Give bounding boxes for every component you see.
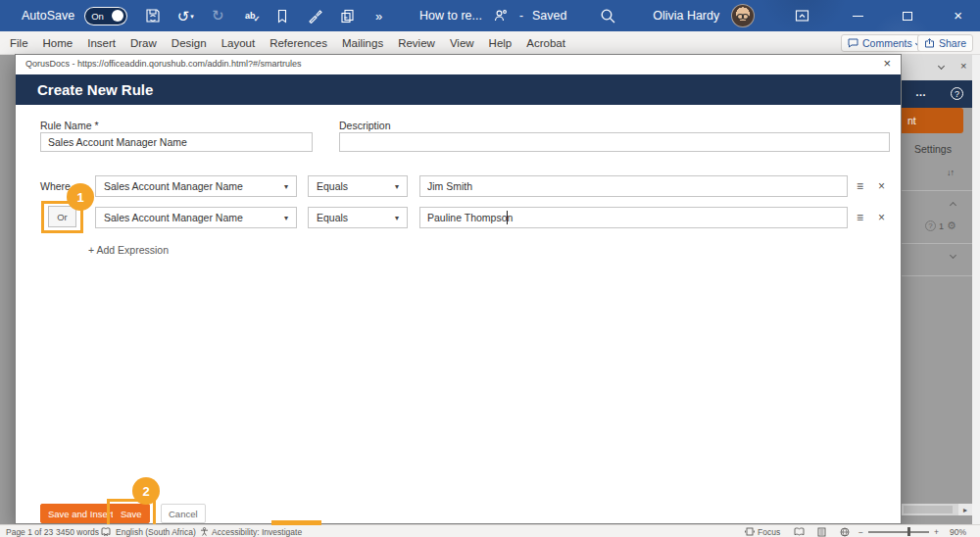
list-lookup-icon-row2[interactable]: ≡ <box>857 207 863 228</box>
share-button[interactable]: Share <box>917 34 973 52</box>
tab-layout[interactable]: Layout <box>221 37 256 49</box>
user-name[interactable]: Olivia Hardy <box>653 9 719 23</box>
expand-section-icon[interactable] <box>950 252 956 259</box>
field-dropdown-row2[interactable]: Sales Account Manager Name ▾ <box>95 207 297 228</box>
autosave-toggle[interactable]: On <box>84 7 127 25</box>
read-mode-button[interactable] <box>794 525 805 537</box>
task-pane-header: × <box>902 55 972 80</box>
create-new-rule-dialog: QorusDocs - https://officeaddin.qorushub… <box>15 54 902 524</box>
collapse-section-icon[interactable] <box>950 202 956 209</box>
scrollbar-thumb[interactable] <box>904 506 953 513</box>
rule-name-label: Rule Name * <box>40 120 99 131</box>
window-close-button[interactable]: × <box>954 0 962 31</box>
page-indicator[interactable]: Page 1 of 23 <box>6 525 53 537</box>
maximize-button[interactable] <box>903 12 912 21</box>
zoom-out-button[interactable]: − <box>858 525 863 537</box>
tab-insert[interactable]: Insert <box>87 37 116 49</box>
operator-dropdown-row2[interactable]: Equals ▾ <box>308 207 408 228</box>
print-layout-button[interactable] <box>817 525 826 537</box>
pane-help-icon[interactable]: ? <box>951 87 963 100</box>
add-expression-link[interactable]: + Add Expression <box>88 244 169 256</box>
sort-icon[interactable]: ↓↑ <box>947 168 954 177</box>
delete-row1-icon[interactable]: × <box>878 175 885 197</box>
document-title[interactable]: How to re... <box>419 9 482 23</box>
document-title-group: How to re... - Saved <box>419 0 566 31</box>
task-pane-dropdown-icon[interactable] <box>938 63 945 70</box>
save-and-insert-button[interactable]: Save and Insert <box>40 504 122 523</box>
web-layout-button[interactable] <box>840 525 850 537</box>
title-bar: AutoSave On ↺ ▾ ↻ ab✓ <box>0 0 980 31</box>
section-help-icon[interactable]: ? <box>925 220 936 231</box>
where-label: Where <box>40 180 71 192</box>
tab-design[interactable]: Design <box>172 37 207 49</box>
tab-acrobat[interactable]: Acrobat <box>526 37 565 49</box>
section-count: 1 <box>939 221 944 231</box>
spellcheck-check: ✓ <box>254 15 261 24</box>
save-button[interactable]: Save <box>113 504 150 523</box>
operator-dropdown-row1-value: Equals <box>317 180 348 192</box>
undo-icon[interactable]: ↺ ▾ <box>175 6 195 25</box>
zoom-level[interactable]: 90% <box>950 525 966 537</box>
dialog-title: Create New Rule <box>37 81 153 98</box>
task-pane-close-icon[interactable]: × <box>960 60 966 72</box>
proofing-status-icon[interactable] <box>101 525 111 537</box>
tab-file[interactable]: File <box>10 37 28 49</box>
tab-mailings[interactable]: Mailings <box>342 37 383 49</box>
word-count[interactable]: 3450 words <box>56 525 99 537</box>
field-dropdown-row1[interactable]: Sales Account Manager Name ▾ <box>95 175 297 197</box>
language-status[interactable]: English (South Africa) <box>116 525 196 537</box>
accessibility-status[interactable]: Accessibility: Investigate <box>212 525 302 537</box>
quick-access-toolbar: ↺ ▾ ↻ ab✓ <box>143 6 389 25</box>
format-painter-icon[interactable] <box>305 6 324 25</box>
saved-status[interactable]: Saved <box>532 9 566 23</box>
tab-references[interactable]: References <box>270 37 327 49</box>
cancel-button[interactable]: Cancel <box>161 504 206 523</box>
toggle-knob <box>112 10 123 22</box>
accessibility-icon[interactable] <box>200 525 209 537</box>
pane-content-button[interactable]: nt <box>902 108 963 133</box>
ribbon-display-options-icon[interactable] <box>792 6 811 25</box>
focus-icon[interactable] <box>745 525 755 537</box>
zoom-slider[interactable] <box>868 531 929 533</box>
coauthor-icon[interactable] <box>491 6 511 25</box>
delete-row2-icon[interactable]: × <box>878 207 885 228</box>
search-icon[interactable] <box>598 6 617 25</box>
rule-name-input[interactable] <box>40 132 313 152</box>
share-icon <box>924 38 935 48</box>
step1-badge: 1 <box>67 183 94 211</box>
pane-more-icon[interactable]: … <box>915 86 927 98</box>
pane-tab-settings[interactable]: Settings <box>914 143 952 155</box>
value-input-row1[interactable] <box>419 175 848 197</box>
value-input-row2[interactable] <box>419 207 848 228</box>
spellcheck-icon[interactable]: ab✓ <box>240 6 260 25</box>
horizontal-scrollbar[interactable]: ▸ <box>902 504 972 515</box>
undo-dropdown-caret[interactable]: ▾ <box>190 8 194 25</box>
qorus-pane-titlebar: … ? <box>902 80 972 108</box>
zoom-slider-thumb[interactable] <box>907 527 910 536</box>
pane-divider <box>902 190 972 191</box>
tab-help[interactable]: Help <box>489 37 513 49</box>
tab-view[interactable]: View <box>450 37 474 49</box>
title-separator: - <box>519 9 523 23</box>
gear-icon[interactable]: ⚙ <box>947 220 956 231</box>
comments-button[interactable]: Comments <box>841 34 928 52</box>
tab-review[interactable]: Review <box>398 37 435 49</box>
list-lookup-icon-row1[interactable]: ≡ <box>857 175 863 197</box>
more-commands-icon[interactable]: » <box>369 6 389 25</box>
bookmark-icon[interactable] <box>272 6 292 25</box>
autosave-label: AutoSave <box>22 9 74 23</box>
operator-dropdown-row1[interactable]: Equals ▾ <box>308 175 408 197</box>
dialog-close-icon[interactable]: × <box>883 56 891 71</box>
copy-icon[interactable] <box>337 6 357 25</box>
minimize-button[interactable] <box>853 16 863 17</box>
tab-draw[interactable]: Draw <box>130 37 157 49</box>
zoom-in-button[interactable]: + <box>934 525 939 537</box>
ribbon-tab-bar: File Home Insert Draw Design Layout Refe… <box>0 31 980 55</box>
save-icon[interactable] <box>143 6 163 25</box>
avatar[interactable] <box>731 4 755 27</box>
or-operator-button[interactable]: Or <box>48 206 76 227</box>
tab-home[interactable]: Home <box>43 37 74 49</box>
description-input[interactable] <box>339 132 890 152</box>
scroll-right-arrow-icon[interactable]: ▸ <box>958 504 972 515</box>
focus-toggle[interactable]: Focus <box>758 525 780 537</box>
